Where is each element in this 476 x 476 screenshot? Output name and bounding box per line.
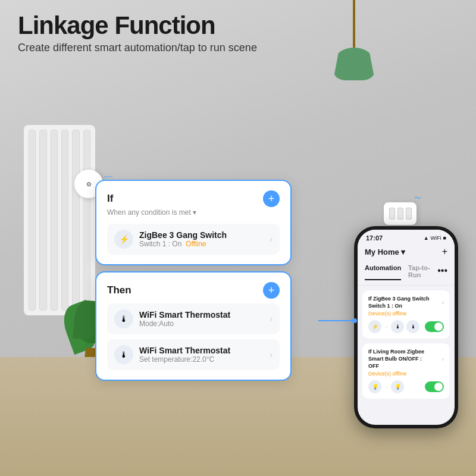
phone-home-label: My Home ▾ bbox=[365, 248, 405, 256]
then-card-item-2[interactable]: 🌡 WiFi Smart Thermostat Set temperature:… bbox=[107, 339, 280, 370]
switch-button bbox=[406, 208, 412, 220]
phone-app-header: My Home ▾ + Automation Tap-to-Run ••• bbox=[358, 244, 455, 286]
arrow-icon: → bbox=[384, 324, 389, 330]
then-item-1-info: WiFi Smart Thermostat Mode:Auto bbox=[139, 310, 230, 328]
wifi-status-icon: WiFi bbox=[431, 235, 441, 241]
phone-automation-item-2[interactable]: If Living Room Zigbee Smart Bulb ON/OFF … bbox=[362, 343, 450, 399]
phone-device: 17:07 ▲ WiFi ■ My Home ▾ + Automation Ta… bbox=[354, 226, 458, 428]
if-card: If + When any condition is met ▾ ⚡ ZigBe… bbox=[95, 180, 292, 265]
phone-add-icon[interactable]: + bbox=[442, 246, 447, 257]
phone-device-bubble-2a: 💡 bbox=[368, 380, 381, 393]
phone-screen: 17:07 ▲ WiFi ■ My Home ▾ + Automation Ta… bbox=[358, 230, 455, 425]
phone-status-icons: ▲ WiFi ■ bbox=[424, 235, 446, 241]
phone-item-2-subtitle: Device(s) offline bbox=[368, 371, 444, 377]
then-item-2-info: WiFi Smart Thermostat Set temperature:22… bbox=[139, 346, 230, 364]
if-card-item[interactable]: ⚡ ZigBee 3 Gang Switch Switch 1 : On Off… bbox=[107, 224, 280, 255]
phone-time: 17:07 bbox=[366, 234, 383, 242]
then-card-item-1[interactable]: 🌡 WiFi Smart Thermostat Mode:Auto › bbox=[107, 303, 280, 334]
if-card-title: If bbox=[107, 193, 113, 205]
phone-content: If ZigBee 3 Gang Switch Switch 1 : On › … bbox=[358, 286, 455, 425]
if-device-status: Switch 1 : On Offline bbox=[139, 240, 227, 248]
then-device-name-1: WiFi Smart Thermostat bbox=[139, 310, 230, 320]
phone-tab-tap[interactable]: Tap-to-Run bbox=[408, 264, 437, 280]
phone-container: 17:07 ▲ WiFi ■ My Home ▾ + Automation Ta… bbox=[354, 226, 458, 428]
zigbee-switch-icon: ⚡ bbox=[114, 230, 133, 249]
signal-icon: ▲ bbox=[424, 235, 429, 241]
phone-more-button[interactable]: ••• bbox=[437, 265, 447, 276]
radiator-fin bbox=[61, 130, 68, 311]
thermostat-icon-1: 🌡 bbox=[114, 309, 133, 328]
then-device-status-1: Mode:Auto bbox=[139, 320, 230, 328]
then-card-header: Then + bbox=[107, 282, 280, 299]
phone-toggle-2[interactable] bbox=[425, 381, 444, 392]
phone-chevron-1: › bbox=[442, 299, 444, 306]
offline-badge: Offline bbox=[186, 240, 206, 248]
if-item-left: ⚡ ZigBee 3 Gang Switch Switch 1 : On Off… bbox=[114, 230, 227, 249]
radiator-fin bbox=[51, 130, 58, 311]
if-card-subtitle: When any condition is met ▾ bbox=[107, 208, 280, 217]
wall-switch bbox=[384, 202, 416, 225]
phone-device-bubble-1c: 🌡 bbox=[406, 320, 419, 333]
phone-device-bubble-2b: 💡 bbox=[391, 380, 404, 393]
phone-status-bar: 17:07 ▲ WiFi ■ bbox=[358, 230, 455, 244]
chevron-right-icon: › bbox=[270, 314, 273, 324]
switch-button bbox=[389, 208, 395, 220]
phone-item-1-title: If ZigBee 3 Gang Switch Switch 1 : On › bbox=[368, 296, 444, 309]
switch-wifi-icon: 〜 bbox=[414, 193, 421, 203]
phone-item-2-title: If Living Room Zigbee Smart Bulb ON/OFF … bbox=[368, 349, 444, 369]
phone-chevron-2: › bbox=[442, 356, 444, 362]
header: Linkage Function Create different smart … bbox=[0, 0, 476, 60]
then-item-1-left: 🌡 WiFi Smart Thermostat Mode:Auto bbox=[114, 309, 230, 328]
phone-device-bubble-1b: 🌡 bbox=[391, 320, 404, 333]
arrow-icon-2: → bbox=[384, 384, 389, 390]
battery-icon: ■ bbox=[443, 235, 446, 241]
phone-item-1-controls: ⚡ → 🌡 🌡 bbox=[368, 320, 444, 333]
phone-device-bubble-1a: ⚡ bbox=[368, 320, 381, 333]
phone-tab-automation[interactable]: Automation bbox=[365, 264, 401, 280]
page-subtitle: Create different smart automation/tap to… bbox=[18, 42, 458, 54]
phone-item-1-subtitle: Device(s) offline bbox=[368, 311, 444, 317]
chevron-right-icon: › bbox=[270, 234, 273, 244]
if-device-name: ZigBee 3 Gang Switch bbox=[139, 230, 227, 240]
if-item-info: ZigBee 3 Gang Switch Switch 1 : On Offli… bbox=[139, 230, 227, 248]
then-add-button[interactable]: + bbox=[263, 282, 280, 299]
switch-button bbox=[397, 208, 403, 220]
chevron-right-icon: › bbox=[270, 350, 273, 359]
then-item-2-left: 🌡 WiFi Smart Thermostat Set temperature:… bbox=[114, 345, 230, 364]
if-card-header: If + bbox=[107, 190, 280, 207]
thermostat-icon-2: 🌡 bbox=[114, 345, 133, 364]
if-add-button[interactable]: + bbox=[263, 190, 280, 207]
phone-item-2-controls: 💡 → 💡 bbox=[368, 380, 444, 393]
phone-toggle-1[interactable] bbox=[425, 321, 444, 332]
page-title: Linkage Function bbox=[18, 12, 458, 39]
phone-automation-item-1[interactable]: If ZigBee 3 Gang Switch Switch 1 : On › … bbox=[362, 290, 450, 339]
radiator-fin bbox=[39, 130, 46, 311]
radiator-fin bbox=[29, 130, 36, 311]
phone-tabs: Automation Tap-to-Run bbox=[365, 264, 437, 280]
automation-cards: If + When any condition is met ▾ ⚡ ZigBe… bbox=[95, 180, 292, 387]
then-card-title: Then bbox=[107, 284, 131, 296]
then-device-name-2: WiFi Smart Thermostat bbox=[139, 346, 230, 355]
then-device-status-2: Set temperature:22.0°C bbox=[139, 355, 230, 364]
connector-dot bbox=[352, 318, 357, 323]
then-card: Then + 🌡 WiFi Smart Thermostat Mode:Auto… bbox=[95, 271, 292, 381]
connector-line bbox=[318, 320, 354, 321]
